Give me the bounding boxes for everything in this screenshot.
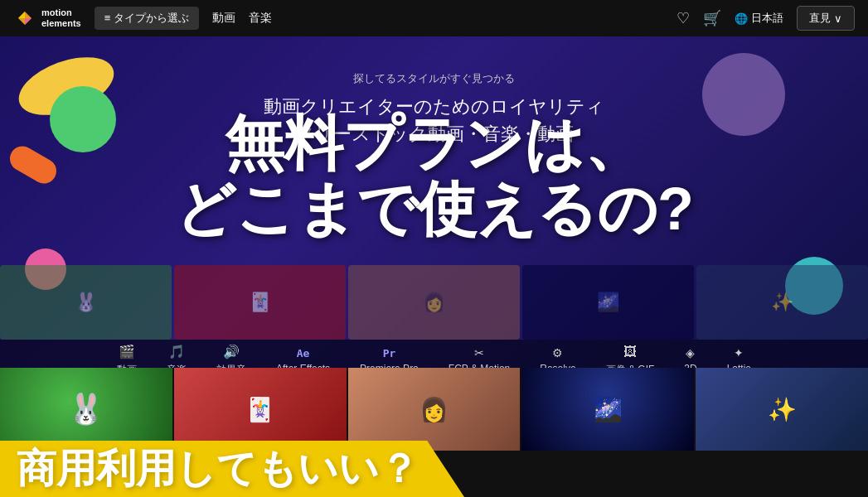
yellow-band-inner: 商用利用してもいい？ — [0, 441, 464, 497]
hero-thumb-4: 🌌 — [522, 265, 694, 340]
yellow-band: 商用利用してもいい？ — [0, 441, 868, 497]
hero-sub-text: 探してるスタイルがすぐ見つかる — [0, 71, 868, 86]
hero-thumb-3: 👩 — [348, 265, 520, 340]
type-select-button[interactable]: ≡ タイプから選ぶ — [95, 7, 199, 30]
browse-arrow-icon: ∨ — [834, 12, 842, 25]
browse-label: 直見 — [809, 11, 831, 26]
cat-img-icon: 🖼 — [623, 345, 637, 359]
browse-button[interactable]: 直見 ∨ — [797, 6, 855, 31]
cart-icon[interactable]: 🛒 — [703, 9, 721, 27]
thumb-extra[interactable]: ✨ — [696, 368, 868, 451]
language-button[interactable]: 🌐 日本語 — [735, 11, 783, 26]
logo-text: motionelements — [41, 7, 81, 29]
hero-bg-thumbs: 🐰 🃏 👩 🌌 ✨ — [0, 265, 868, 340]
logo[interactable]: motionelements — [13, 7, 81, 30]
commercial-use-text: 商用利用してもいい？ — [17, 442, 419, 495]
big-text-line2: どこまで使えるの? — [0, 176, 868, 242]
bottom-section: 🐰 🃏 👩 🌌 ✨ 商用利用してもいい？ — [0, 368, 868, 497]
cat-ae-icon: Ae — [297, 347, 310, 359]
overlay-text: 無料プランは、 どこまで使えるの? — [0, 111, 868, 242]
hero-inner: 探してるスタイルがすぐ見つかる 動画クリエイターのためのロイヤリティ フリースト… — [0, 36, 868, 381]
cat-resolve-icon: ⚙ — [552, 346, 563, 359]
cat-pr-icon: Pr — [383, 347, 396, 359]
globe-icon: 🌐 — [735, 12, 748, 25]
navbar: motionelements ≡ タイプから選ぶ 動画 音楽 ♡ 🛒 🌐 日本語… — [0, 0, 868, 36]
cat-fcp-icon: ✂ — [474, 346, 484, 359]
hero-thumb-5: ✨ — [696, 265, 868, 340]
nav-music-link[interactable]: 音楽 — [249, 11, 272, 26]
cat-lottie-icon: ✦ — [734, 346, 744, 359]
cat-video-icon: 🎬 — [119, 344, 135, 359]
thumb-bunny[interactable]: 🐰 — [0, 368, 172, 451]
hero-thumb-2: 🃏 — [174, 265, 346, 340]
hero-thumb-1: 🐰 — [0, 265, 172, 340]
nav-right: ♡ 🛒 🌐 日本語 直見 ∨ — [676, 6, 855, 31]
lang-label: 日本語 — [751, 11, 783, 26]
heart-icon[interactable]: ♡ — [676, 9, 690, 27]
cat-3d-icon: ◈ — [686, 346, 695, 359]
logo-icon — [13, 7, 36, 30]
cat-music-icon: 🎵 — [168, 344, 185, 359]
thumb-space[interactable]: 🌌 — [521, 368, 694, 451]
thumb-cards[interactable]: 🃏 — [174, 368, 347, 451]
thumb-woman[interactable]: 👩 — [348, 368, 521, 451]
nav-video-link[interactable]: 動画 — [212, 11, 235, 26]
hero-section: 探してるスタイルがすぐ見つかる 動画クリエイターのためのロイヤリティ フリースト… — [0, 36, 868, 381]
thumbnail-strip: 🐰 🃏 👩 🌌 ✨ — [0, 368, 868, 451]
cat-sfx-icon: 🔊 — [223, 344, 240, 359]
big-text-line1: 無料プランは、 — [0, 111, 868, 176]
